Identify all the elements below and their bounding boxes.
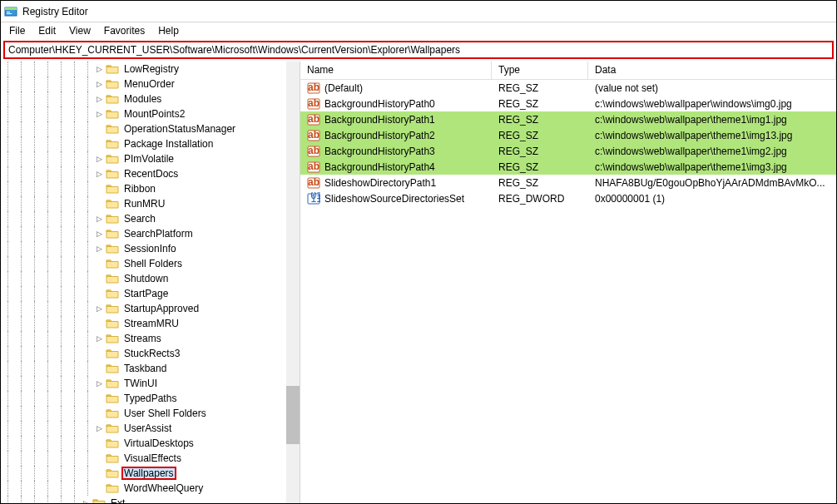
tree-item[interactable]: Taskband <box>1 361 300 376</box>
tree-item[interactable]: ▷SessionInfo <box>1 241 300 256</box>
expand-spacer <box>94 289 104 299</box>
expand-chevron-icon[interactable]: ▷ <box>94 64 104 74</box>
column-header-type[interactable]: Type <box>492 62 588 79</box>
tree-item[interactable]: ▷Modules <box>1 91 300 106</box>
tree-item[interactable]: Shutdown <box>1 271 300 286</box>
tree-item[interactable]: ▷StartupApproved <box>1 301 300 316</box>
folder-icon <box>106 333 122 344</box>
tree-item[interactable]: StreamMRU <box>1 316 300 331</box>
folder-icon <box>106 318 122 329</box>
column-header-name[interactable]: Name <box>300 62 492 79</box>
folder-icon <box>106 228 122 240</box>
list-row[interactable]: BackgroundHistoryPath2REG_SZc:\windows\w… <box>300 127 836 143</box>
tree-item[interactable]: OperationStatusManager <box>1 121 300 136</box>
tree-scrollbar-track[interactable] <box>286 62 300 503</box>
tree-item[interactable]: VirtualDesktops <box>1 436 300 451</box>
tree-item[interactable]: Wallpapers <box>1 466 300 481</box>
folder-icon <box>106 273 122 284</box>
expand-spacer <box>94 348 104 358</box>
expand-spacer <box>94 199 104 209</box>
tree-item-label: SessionInfo <box>122 243 178 254</box>
tree-item[interactable]: Package Installation <box>1 136 300 151</box>
tree-item[interactable]: TypedPaths <box>1 391 300 406</box>
expand-chevron-icon[interactable]: ▷ <box>94 423 104 433</box>
tree-item[interactable]: Ribbon <box>1 181 300 196</box>
value-name-text: (Default) <box>324 82 363 94</box>
tree-item-label: StuckRects3 <box>122 348 181 359</box>
menu-favorites[interactable]: Favorites <box>97 23 151 38</box>
expand-chevron-icon[interactable]: ▷ <box>94 109 104 119</box>
folder-icon <box>106 437 122 449</box>
tree-item[interactable]: ▷MenuOrder <box>1 77 300 91</box>
string-value-icon <box>307 129 320 142</box>
tree-item[interactable]: ▷PImVolatile <box>1 151 300 166</box>
titlebar: Registry Editor <box>1 1 836 22</box>
expand-chevron-icon[interactable]: ▷ <box>94 229 104 239</box>
list-row[interactable]: BackgroundHistoryPath1REG_SZc:\windows\w… <box>300 111 836 127</box>
tree-item[interactable]: ▷Ext <box>1 496 300 503</box>
expand-chevron-icon[interactable]: ▷ <box>94 244 104 254</box>
tree-item-label: User Shell Folders <box>122 408 208 419</box>
tree-item[interactable]: ▷TWinUI <box>1 376 300 391</box>
value-name-cell: BackgroundHistoryPath3 <box>300 145 492 158</box>
tree-item[interactable]: WordWheelQuery <box>1 481 300 496</box>
expand-spacer <box>94 453 104 463</box>
string-value-icon <box>307 145 320 158</box>
tree-item-label: Shutdown <box>122 273 170 284</box>
tree-item[interactable]: StartPage <box>1 286 300 301</box>
tree-item[interactable]: ▷LowRegistry <box>1 62 300 77</box>
expand-chevron-icon[interactable]: ▷ <box>94 378 104 388</box>
value-type-cell: REG_DWORD <box>492 193 588 205</box>
menu-help[interactable]: Help <box>151 23 186 38</box>
tree-item-label: Ribbon <box>122 183 157 195</box>
list-row[interactable]: BackgroundHistoryPath0REG_SZc:\windows\w… <box>300 96 836 111</box>
tree-item[interactable]: ▷MountPoints2 <box>1 106 300 121</box>
value-name-cell: (Default) <box>300 82 492 95</box>
expand-chevron-icon[interactable]: ▷ <box>94 334 104 343</box>
tree-item[interactable]: RunMRU <box>1 196 300 211</box>
value-name-text: BackgroundHistoryPath1 <box>324 114 435 126</box>
tree-item-label: UserAssist <box>122 422 173 434</box>
expand-chevron-icon[interactable]: ▷ <box>94 304 104 314</box>
tree-item[interactable]: ▷UserAssist <box>1 421 300 436</box>
tree-item[interactable]: StuckRects3 <box>1 346 300 361</box>
menu-edit[interactable]: Edit <box>32 23 62 38</box>
column-header-data[interactable]: Data <box>588 62 836 79</box>
list-row[interactable]: SlideshowDirectoryPath1REG_SZNHAFA8BUg/E… <box>300 175 836 190</box>
tree-item[interactable]: ▷SearchPlatform <box>1 226 300 241</box>
list-row[interactable]: SlideshowSourceDirectoriesSetREG_DWORD0x… <box>300 190 836 206</box>
tree-item[interactable]: ▷Streams <box>1 331 300 346</box>
expand-chevron-icon[interactable]: ▷ <box>94 214 104 224</box>
tree-item[interactable]: Shell Folders <box>1 256 300 271</box>
list-row[interactable]: (Default)REG_SZ(value not set) <box>300 80 836 96</box>
tree-scrollbar-thumb[interactable] <box>286 386 300 444</box>
expand-chevron-icon[interactable]: ▷ <box>81 498 91 503</box>
value-name-cell: BackgroundHistoryPath4 <box>300 161 492 174</box>
menu-file[interactable]: File <box>2 23 32 38</box>
expand-spacer <box>94 319 104 329</box>
expand-spacer <box>94 139 104 149</box>
address-bar[interactable]: Computer\HKEY_CURRENT_USER\Software\Micr… <box>3 41 834 59</box>
list-row[interactable]: BackgroundHistoryPath3REG_SZc:\windows\w… <box>300 143 836 159</box>
string-value-icon <box>307 113 320 126</box>
tree-item[interactable]: VisualEffects <box>1 451 300 466</box>
tree-scroll[interactable]: ▷LowRegistry▷MenuOrder▷Modules▷MountPoin… <box>1 62 300 503</box>
svg-rect-3 <box>7 13 12 14</box>
expand-chevron-icon[interactable]: ▷ <box>94 79 104 89</box>
expand-chevron-icon[interactable]: ▷ <box>94 169 104 179</box>
tree-item-label: Streams <box>122 333 163 344</box>
tree-item[interactable]: ▷RecentDocs <box>1 166 300 181</box>
menu-view[interactable]: View <box>62 23 97 38</box>
tree-item[interactable]: ▷Search <box>1 211 300 226</box>
tree-item[interactable]: User Shell Folders <box>1 406 300 421</box>
value-name-cell: SlideshowDirectoryPath1 <box>300 176 492 190</box>
value-data-cell: c:\windows\web\wallpaper\theme1\img3.jpg <box>588 161 836 173</box>
expand-chevron-icon[interactable]: ▷ <box>94 94 104 104</box>
expand-chevron-icon[interactable]: ▷ <box>94 154 104 164</box>
tree-pane: ▷LowRegistry▷MenuOrder▷Modules▷MountPoin… <box>1 62 300 503</box>
folder-icon <box>106 378 122 389</box>
expand-spacer <box>94 184 104 194</box>
string-value-icon <box>307 82 320 95</box>
list-row[interactable]: BackgroundHistoryPath4REG_SZc:\windows\w… <box>300 159 836 175</box>
tree-item-label: Taskband <box>122 363 168 374</box>
